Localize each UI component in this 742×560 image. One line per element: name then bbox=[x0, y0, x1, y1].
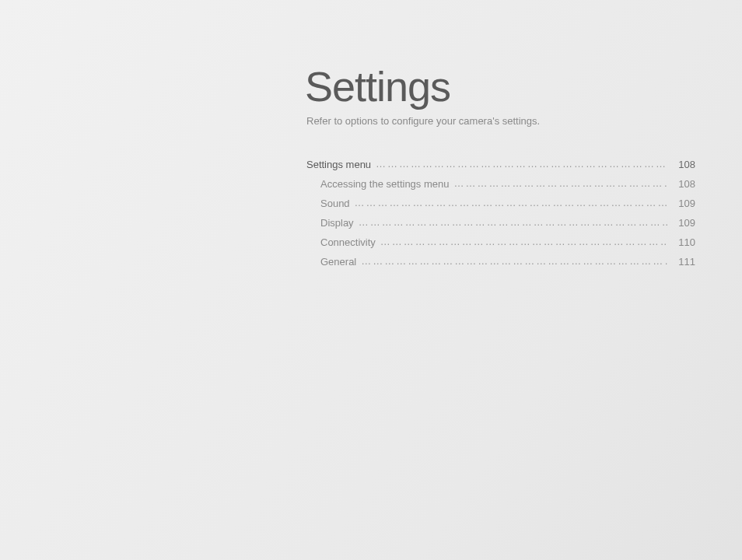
toc-item-row: Display 109 bbox=[306, 216, 695, 229]
page-content: Settings Refer to options to configure y… bbox=[306, 0, 742, 275]
document-stage: Settings Refer to options to configure y… bbox=[0, 0, 742, 560]
toc-item-row: Sound 109 bbox=[306, 197, 695, 209]
toc-section-row: Settings menu 108 bbox=[306, 158, 695, 170]
toc-leader bbox=[355, 197, 667, 207]
toc-item-label: Display bbox=[320, 217, 359, 229]
toc-leader bbox=[453, 177, 667, 187]
toc-leader bbox=[380, 236, 667, 246]
toc-item-page: 109 bbox=[667, 198, 695, 209]
toc-item-page: 108 bbox=[667, 178, 695, 190]
toc-item-page: 111 bbox=[667, 256, 695, 268]
toc-item-label: Accessing the settings menu bbox=[320, 178, 453, 190]
toc-section-label: Settings menu bbox=[306, 159, 376, 170]
toc-leader bbox=[359, 216, 667, 226]
toc-item-row: General 111 bbox=[306, 255, 695, 268]
toc-item-label: Connectivity bbox=[320, 236, 380, 248]
toc-item-label: Sound bbox=[320, 198, 355, 209]
toc-item-page: 110 bbox=[667, 236, 695, 248]
toc-leader bbox=[376, 158, 667, 168]
page-title: Settings bbox=[305, 62, 695, 110]
table-of-contents: Settings menu 108 Accessing the settings… bbox=[306, 158, 695, 268]
toc-item-row: Connectivity 110 bbox=[306, 236, 695, 248]
toc-item-row: Accessing the settings menu 108 bbox=[306, 177, 695, 190]
toc-item-label: General bbox=[320, 256, 361, 268]
toc-section-page: 108 bbox=[667, 159, 695, 170]
toc-leader bbox=[361, 255, 667, 265]
page-subtitle: Refer to options to configure your camer… bbox=[306, 115, 695, 127]
toc-item-page: 109 bbox=[667, 217, 695, 229]
